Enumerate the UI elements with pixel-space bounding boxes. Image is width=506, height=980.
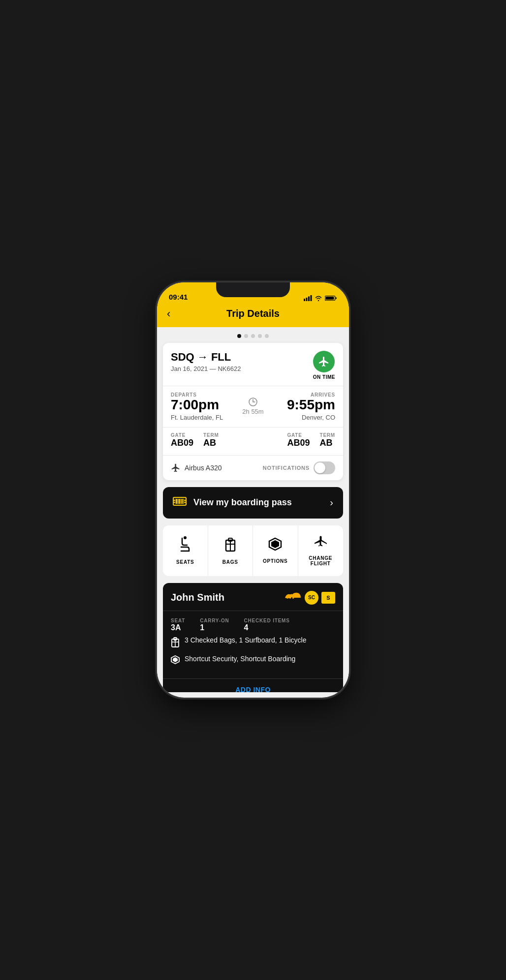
signal-icon: [304, 295, 312, 301]
svg-text:S: S: [326, 595, 330, 601]
aircraft-name: Airbus A320: [185, 464, 222, 472]
page-title: Trip Details: [226, 308, 280, 319]
options-icon: [268, 537, 282, 554]
svg-rect-2: [308, 297, 310, 302]
change-flight-action[interactable]: CHANGE FLIGHT: [298, 525, 344, 576]
back-button[interactable]: ‹: [167, 307, 170, 320]
flight-route-info: SDQ → FLL Jan 16, 2021 — NK6622: [171, 351, 241, 372]
arrives-city: Denver, CO: [264, 414, 335, 421]
add-info-button[interactable]: ADD INFO: [235, 686, 271, 692]
aircraft-icon: [171, 463, 181, 473]
clock-icon: [249, 398, 257, 406]
seats-action[interactable]: SEATS: [163, 525, 208, 576]
boarding-pass-button[interactable]: View my boarding pass ›: [163, 487, 343, 519]
flight-times: DEPARTS 7:00pm Ft. Lauderdale, FL 2h 55m: [163, 386, 343, 428]
gate-row: GATE AB09 TERM AB GATE AB09: [163, 428, 343, 455]
departs-city: Ft. Lauderdale, FL: [171, 414, 242, 421]
page-header: ‹ Trip Details: [157, 304, 349, 327]
seats-icon: [178, 536, 192, 555]
shortcut-s-badge: S: [321, 592, 335, 604]
shortcut-sc-badge: SC: [305, 591, 318, 605]
notifications-label: NOTIFICATIONS: [263, 465, 310, 471]
svg-rect-0: [304, 299, 305, 301]
arrive-term: TERM AB: [319, 432, 335, 448]
notifications-toggle[interactable]: [314, 461, 335, 474]
phone-screen: 09:41: [157, 282, 349, 698]
shortcuts-extras-row: Shortcut Security, Shortcut Boarding: [171, 655, 335, 667]
bags-extras-text: 3 Checked Bags, 1 Surfboard, 1 Bicycle: [185, 636, 306, 644]
svg-rect-17: [179, 499, 181, 504]
toggle-knob: [315, 462, 325, 473]
bags-extras-row: 3 Checked Bags, 1 Surfboard, 1 Bicycle: [171, 636, 335, 650]
bags-label: BAGS: [222, 559, 238, 565]
phone-frame: 09:41: [157, 282, 349, 698]
change-flight-icon: [313, 535, 328, 551]
svg-rect-15: [176, 499, 177, 504]
dot-1[interactable]: [237, 334, 241, 338]
seat-carry-row: SEAT 3A CARRY-ON 1 CHECKED ITEMS 4: [171, 618, 335, 632]
seat-detail: SEAT 3A: [171, 618, 185, 632]
arrive-gate: GATE AB09: [287, 432, 310, 448]
checked-items-detail: CHECKED ITEMS 4: [244, 618, 290, 632]
status-time: 09:41: [169, 293, 188, 301]
bags-extras-icon: [171, 637, 180, 650]
on-time-label: ON TIME: [313, 374, 335, 380]
svg-rect-1: [306, 298, 308, 301]
svg-point-20: [184, 536, 187, 539]
on-time-badge: ON TIME: [313, 351, 335, 380]
seats-label: SEATS: [176, 559, 194, 565]
boarding-pass-icon: [173, 496, 187, 510]
boarding-pass-label: View my boarding pass: [193, 497, 292, 508]
wifi-icon: [315, 295, 322, 301]
svg-marker-27: [271, 540, 279, 548]
spirit-wings-badge: [284, 591, 302, 604]
bags-icon: [224, 536, 237, 555]
svg-rect-3: [311, 295, 312, 301]
passenger-card: John Smith SC: [163, 583, 343, 692]
shortcuts-extras-icon: [171, 655, 180, 667]
content-area: SDQ → FLL Jan 16, 2021 — NK6622 ON TIME: [157, 327, 349, 692]
svg-marker-36: [173, 657, 178, 662]
departs-time: 7:00pm: [171, 398, 242, 413]
arrives-time: 9:55pm: [264, 398, 335, 413]
flight-date: Jan 16, 2021 — NK6622: [171, 365, 241, 372]
pagination: [157, 327, 349, 343]
svg-rect-18: [181, 499, 182, 504]
aircraft-info: Airbus A320: [171, 463, 222, 473]
dot-3[interactable]: [251, 334, 255, 338]
arrive-gate-section: GATE AB09 TERM AB: [287, 432, 335, 448]
duration-text: 2h 55m: [242, 408, 263, 415]
svg-rect-16: [178, 499, 179, 504]
battery-icon: [325, 295, 337, 301]
arrives-section: ARRIVES 9:55pm Denver, CO: [264, 392, 335, 421]
quick-actions: SEATS BAGS: [163, 525, 343, 576]
flight-header: SDQ → FLL Jan 16, 2021 — NK6622 ON TIME: [163, 343, 343, 386]
dot-5[interactable]: [265, 334, 269, 338]
depart-gate-section: GATE AB09 TERM AB: [171, 432, 219, 448]
duration-section: 2h 55m: [242, 398, 263, 415]
boarding-pass-left: View my boarding pass: [173, 496, 292, 510]
svg-rect-5: [326, 297, 334, 300]
flight-route: SDQ → FLL: [171, 351, 241, 364]
boarding-pass-arrow: ›: [330, 497, 333, 508]
on-time-circle: [313, 351, 335, 372]
aircraft-row: Airbus A320 NOTIFICATIONS: [163, 455, 343, 480]
change-flight-label: CHANGE FLIGHT: [302, 555, 340, 566]
passenger-badges: SC S: [284, 591, 335, 605]
options-label: OPTIONS: [263, 558, 288, 564]
dot-4[interactable]: [258, 334, 262, 338]
svg-rect-19: [183, 499, 184, 504]
flight-card: SDQ → FLL Jan 16, 2021 — NK6622 ON TIME: [163, 343, 343, 480]
options-action[interactable]: OPTIONS: [253, 525, 298, 576]
depart-term: TERM AB: [203, 432, 219, 448]
carry-on-detail: CARRY-ON 1: [200, 618, 229, 632]
notch: [216, 282, 290, 297]
passenger-details: SEAT 3A CARRY-ON 1 CHECKED ITEMS 4: [163, 611, 343, 679]
passenger-name: John Smith: [171, 592, 224, 603]
dot-2[interactable]: [244, 334, 248, 338]
notifications-section: NOTIFICATIONS: [263, 461, 335, 474]
depart-gate: GATE AB09: [171, 432, 193, 448]
passenger-header: John Smith SC: [163, 583, 343, 611]
departs-section: DEPARTS 7:00pm Ft. Lauderdale, FL: [171, 392, 242, 421]
bags-action[interactable]: BAGS: [208, 525, 253, 576]
